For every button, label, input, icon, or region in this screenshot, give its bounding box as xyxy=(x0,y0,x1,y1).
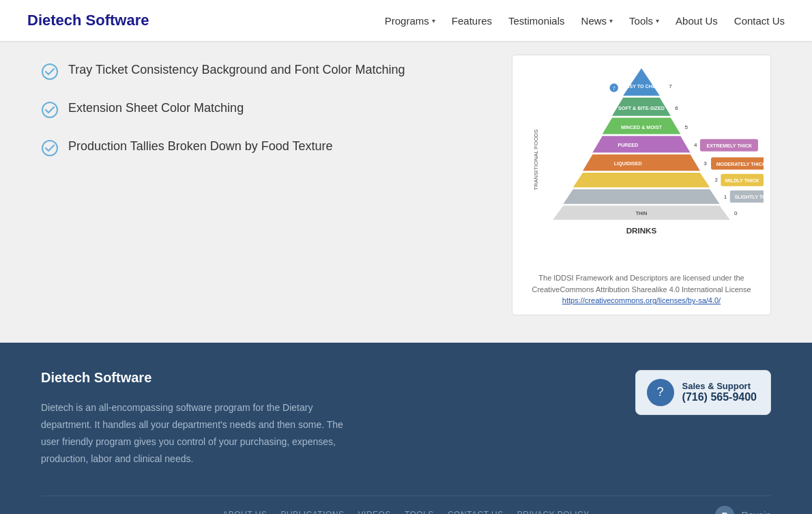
support-text: Sales & Support (716) 565-9400 xyxy=(682,381,757,403)
svg-point-0 xyxy=(42,64,57,79)
svg-text:EXTREMELY THICK: EXTREMELY THICK xyxy=(707,143,753,149)
svg-marker-27 xyxy=(563,189,719,203)
feature-text-3: Production Tallies Broken Down by Food T… xyxy=(68,138,333,155)
svg-marker-23 xyxy=(573,173,710,187)
svg-text:SLIGHTLY THICK: SLIGHTLY THICK xyxy=(734,195,764,200)
support-label: Sales & Support xyxy=(682,381,757,391)
check-icon-3 xyxy=(41,139,59,157)
main-section: Tray Ticket Consistency Background and F… xyxy=(0,41,812,343)
nav-item-features[interactable]: Features xyxy=(452,15,492,27)
svg-text:MILDLY THICK: MILDLY THICK xyxy=(725,178,759,184)
svg-text:4: 4 xyxy=(694,142,697,148)
svg-text:LIQUIDISED: LIQUIDISED xyxy=(614,161,642,167)
svg-text:7: 7 xyxy=(613,86,615,91)
svg-text:EASY TO CHEW: EASY TO CHEW xyxy=(623,84,661,89)
feature-item-3: Production Tallies Broken Down by Food T… xyxy=(41,138,484,157)
nav-item-contact[interactable]: Contact Us xyxy=(734,15,785,27)
news-dropdown-arrow: ▾ xyxy=(609,17,613,25)
pyramid-caption: The IDDSI Framework and Descriptors are … xyxy=(512,267,770,315)
pyramid-chart: TRANSITIONAL FOODS EASY TO CHEW 7 SOFT &… xyxy=(512,55,770,267)
svg-text:MINCED & MOIST: MINCED & MOIST xyxy=(621,125,663,130)
footer-link-tools[interactable]: TOOLS xyxy=(405,510,434,514)
svg-text:R: R xyxy=(722,511,728,514)
footer-description: Dietech is an all-encompassing software … xyxy=(41,399,355,468)
navbar-brand[interactable]: Dietech Software xyxy=(27,12,149,29)
footer-link-privacy[interactable]: PRIVACY POLICY xyxy=(517,510,590,514)
revain-badge[interactable]: R Revain xyxy=(714,504,771,514)
check-icon-2 xyxy=(41,101,59,119)
nav-item-about[interactable]: About Us xyxy=(676,15,718,27)
svg-marker-13 xyxy=(592,136,690,152)
svg-text:TRANSITIONAL FOODS: TRANSITIONAL FOODS xyxy=(533,130,539,190)
support-icon: ? xyxy=(647,379,674,406)
svg-point-2 xyxy=(42,141,57,156)
revain-label: Revain xyxy=(741,510,771,514)
footer-link-publications[interactable]: PUBLICATIONS xyxy=(280,510,344,514)
support-phone: (716) 565-9400 xyxy=(682,391,757,403)
svg-text:3: 3 xyxy=(704,160,707,167)
svg-text:0: 0 xyxy=(734,210,738,216)
feature-list: Tray Ticket Consistency Background and F… xyxy=(41,55,484,176)
svg-text:2: 2 xyxy=(714,177,718,183)
nav-item-tools[interactable]: Tools ▾ xyxy=(629,15,659,27)
nav-item-programs[interactable]: Programs ▾ xyxy=(385,15,435,27)
feature-item-1: Tray Ticket Consistency Background and F… xyxy=(41,61,484,81)
nav-item-news[interactable]: News ▾ xyxy=(581,15,613,27)
support-badge[interactable]: ? Sales & Support (716) 565-9400 xyxy=(635,370,771,415)
svg-text:7: 7 xyxy=(669,83,672,89)
nav-menu: Programs ▾ Features Testimonials News ▾ … xyxy=(385,15,785,27)
svg-text:DRINKS: DRINKS xyxy=(626,226,657,235)
footer: Dietech Software Dietech is an all-encom… xyxy=(0,343,812,514)
pyramid-area: TRANSITIONAL FOODS EASY TO CHEW 7 SOFT &… xyxy=(512,55,771,315)
svg-text:PUREED: PUREED xyxy=(618,143,638,148)
tools-dropdown-arrow: ▾ xyxy=(656,17,659,25)
svg-text:1: 1 xyxy=(724,194,727,200)
programs-dropdown-arrow: ▾ xyxy=(432,17,435,25)
feature-text-2: Extension Sheet Color Matching xyxy=(68,100,244,117)
svg-text:MODERATELY THICK: MODERATELY THICK xyxy=(716,162,764,167)
svg-text:SOFT & BITE-SIZED: SOFT & BITE-SIZED xyxy=(618,106,665,111)
footer-link-contact[interactable]: CONTACT US xyxy=(448,510,504,514)
svg-text:6: 6 xyxy=(675,105,678,111)
footer-link-about[interactable]: ABOUT US xyxy=(222,510,267,514)
revain-icon: R xyxy=(714,504,736,514)
svg-point-1 xyxy=(42,102,57,117)
svg-text:THIN: THIN xyxy=(636,211,648,216)
nav-item-testimonials[interactable]: Testimonials xyxy=(508,15,565,27)
svg-text:5: 5 xyxy=(685,124,688,130)
footer-link-videos[interactable]: VIDEOS xyxy=(358,510,391,514)
svg-marker-4 xyxy=(623,68,660,96)
feature-text-1: Tray Ticket Consistency Background and F… xyxy=(68,61,405,78)
navbar: Dietech Software Programs ▾ Features Tes… xyxy=(0,0,812,41)
feature-item-2: Extension Sheet Color Matching xyxy=(41,100,484,119)
footer-bottom: ABOUT US PUBLICATIONS VIDEOS TOOLS CONTA… xyxy=(41,496,771,514)
check-icon-1 xyxy=(41,63,59,81)
